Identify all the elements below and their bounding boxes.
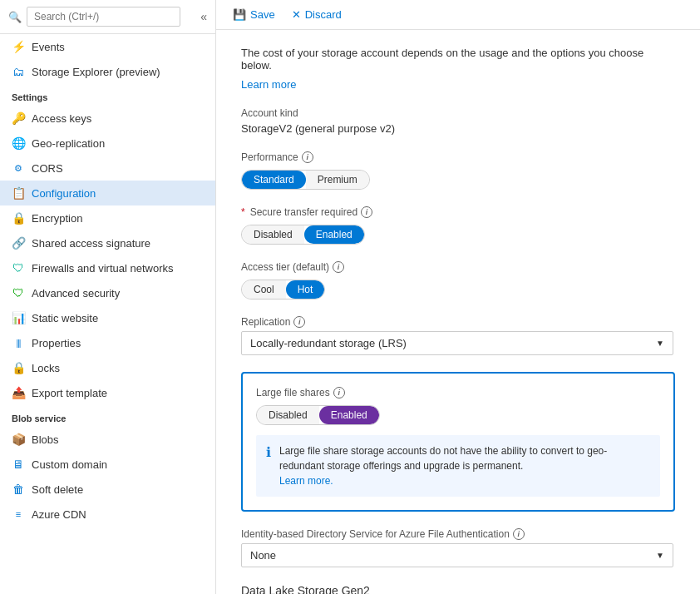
secure-transfer-disabled-btn[interactable]: Disabled [242, 225, 304, 244]
account-kind-label: Account kind [241, 107, 675, 119]
discard-button[interactable]: ✕ Discard [292, 8, 342, 21]
properties-icon: ||| [12, 336, 25, 349]
chevron-down-icon: ▼ [656, 551, 664, 560]
sidebar-item-label: Properties [32, 337, 81, 349]
storage-explorer-icon: 🗂 [12, 65, 25, 78]
sidebar-item-label: Encryption [32, 212, 82, 225]
access-tier-hot-btn[interactable]: Hot [286, 280, 325, 299]
secure-transfer-group: * Secure transfer required i Disabled En… [241, 206, 675, 245]
sidebar-item-custom-domain[interactable]: 🖥 Custom domain [0, 452, 215, 477]
access-tier-group: Access tier (default) i Cool Hot [241, 261, 675, 299]
sidebar-item-label: Export template [32, 387, 107, 399]
sidebar-item-label: Blobs [32, 433, 59, 446]
discard-label: Discard [305, 8, 342, 21]
save-label: Save [250, 8, 275, 21]
performance-premium-btn[interactable]: Premium [306, 171, 369, 189]
large-file-learn-more-link[interactable]: Learn more. [279, 475, 333, 487]
replication-group: Replication i Locally-redundant storage … [241, 316, 675, 355]
access-tier-cool-btn[interactable]: Cool [242, 280, 286, 299]
sidebar-item-cors[interactable]: ⚙ CORS [0, 156, 215, 181]
sidebar-item-label: Static website [32, 312, 98, 324]
replication-info-icon: i [293, 316, 305, 328]
collapse-button[interactable]: « [200, 10, 207, 23]
identity-value: None [250, 549, 276, 562]
performance-label: Performance i [241, 151, 675, 163]
performance-info-icon: i [302, 151, 313, 163]
identity-label: Identity-based Directory Service for Azu… [241, 528, 675, 540]
sidebar-item-encryption[interactable]: 🔒 Encryption [0, 205, 215, 230]
sidebar-item-label: Events [32, 41, 65, 53]
large-file-enabled-btn[interactable]: Enabled [319, 406, 379, 424]
sidebar-item-shared-access-signature[interactable]: 🔗 Shared access signature [0, 230, 215, 255]
events-icon: ⚡ [12, 40, 25, 53]
performance-standard-btn[interactable]: Standard [242, 171, 306, 189]
sidebar-item-locks[interactable]: 🔒 Locks [0, 355, 215, 380]
static-website-icon: 📊 [12, 311, 25, 324]
sidebar-item-soft-delete[interactable]: 🗑 Soft delete [0, 477, 215, 502]
sidebar-item-geo-replication[interactable]: 🌐 Geo-replication [0, 131, 215, 156]
content-area: The cost of your storage account depends… [216, 30, 700, 594]
search-icon: 🔍 [8, 11, 22, 23]
data-lake-label: Data Lake Storage Gen2 [241, 584, 675, 594]
geo-replication-icon: 🌐 [12, 136, 25, 150]
account-kind-group: Account kind StorageV2 (general purpose … [241, 107, 675, 135]
performance-toggle: Standard Premium [241, 170, 370, 190]
export-template-icon: 📤 [12, 386, 25, 399]
sidebar-item-azure-cdn[interactable]: ≡ Azure CDN [0, 502, 215, 527]
secure-transfer-enabled-btn[interactable]: Enabled [304, 225, 364, 244]
sidebar-item-label: Custom domain [32, 458, 107, 471]
sidebar-item-label: Locks [32, 362, 60, 374]
replication-label: Replication i [241, 316, 675, 328]
encryption-icon: 🔒 [12, 211, 25, 225]
sidebar-item-events[interactable]: ⚡ Events [0, 34, 215, 59]
firewalls-icon: 🛡 [12, 261, 25, 275]
chevron-down-icon: ▼ [656, 339, 664, 348]
large-file-shares-box: Large file shares i Disabled Enabled ℹ L… [241, 372, 675, 512]
account-kind-value: StorageV2 (general purpose v2) [241, 122, 675, 135]
sidebar-item-advanced-security[interactable]: 🛡 Advanced security [0, 280, 215, 305]
sidebar-item-label: CORS [32, 162, 63, 175]
secure-transfer-toggle: Disabled Enabled [241, 225, 365, 245]
sidebar-item-label: Access keys [32, 112, 91, 125]
save-button[interactable]: 💾 Save [233, 8, 275, 21]
sidebar-item-label: Azure CDN [32, 508, 86, 521]
access-tier-label: Access tier (default) i [241, 261, 675, 273]
access-tier-info-icon: i [333, 261, 344, 273]
identity-dropdown[interactable]: None ▼ [241, 543, 673, 567]
sidebar-item-label: Geo-replication [32, 137, 105, 150]
performance-group: Performance i Standard Premium [241, 151, 675, 190]
sidebar-item-firewalls[interactable]: 🛡 Firewalls and virtual networks [0, 255, 215, 280]
search-input[interactable] [27, 7, 180, 27]
blobs-icon: 📦 [12, 433, 25, 446]
soft-delete-icon: 🗑 [12, 483, 25, 496]
replication-dropdown[interactable]: Locally-redundant storage (LRS) ▼ [241, 331, 673, 355]
sidebar-search-container: 🔍 « [0, 0, 215, 34]
sidebar: 🔍 « ⚡ Events 🗂 Storage Explorer (preview… [0, 0, 216, 594]
description-text: The cost of your storage account depends… [241, 47, 675, 72]
sidebar-item-access-keys[interactable]: 🔑 Access keys [0, 106, 215, 131]
azure-cdn-icon: ≡ [12, 507, 25, 521]
sidebar-item-label: Configuration [32, 187, 96, 200]
large-file-info-text: Large file share storage accounts do not… [279, 443, 650, 488]
identity-group: Identity-based Directory Service for Azu… [241, 528, 675, 567]
save-icon: 💾 [233, 8, 246, 21]
info-circle-icon: ℹ [266, 444, 271, 460]
secure-transfer-info-icon: i [361, 206, 372, 218]
custom-domain-icon: 🖥 [12, 458, 25, 471]
sidebar-item-properties[interactable]: ||| Properties [0, 330, 215, 355]
cors-icon: ⚙ [12, 161, 25, 175]
sidebar-item-label: Storage Explorer (preview) [32, 66, 160, 78]
toolbar: 💾 Save ✕ Discard [216, 0, 700, 30]
sidebar-item-export-template[interactable]: 📤 Export template [0, 380, 215, 405]
sidebar-item-configuration[interactable]: 📋 Configuration [0, 181, 215, 205]
sidebar-item-storage-explorer[interactable]: 🗂 Storage Explorer (preview) [0, 59, 215, 84]
large-file-info-icon: i [333, 387, 345, 398]
sidebar-item-static-website[interactable]: 📊 Static website [0, 305, 215, 330]
sidebar-item-blobs[interactable]: 📦 Blobs [0, 427, 215, 452]
large-file-shares-label: Large file shares i [256, 387, 660, 398]
configuration-icon: 📋 [12, 186, 25, 200]
large-file-disabled-btn[interactable]: Disabled [257, 406, 319, 424]
learn-more-link[interactable]: Learn more [241, 78, 675, 91]
main-panel: 💾 Save ✕ Discard The cost of your storag… [216, 0, 700, 594]
sidebar-item-label: Shared access signature [32, 237, 150, 250]
